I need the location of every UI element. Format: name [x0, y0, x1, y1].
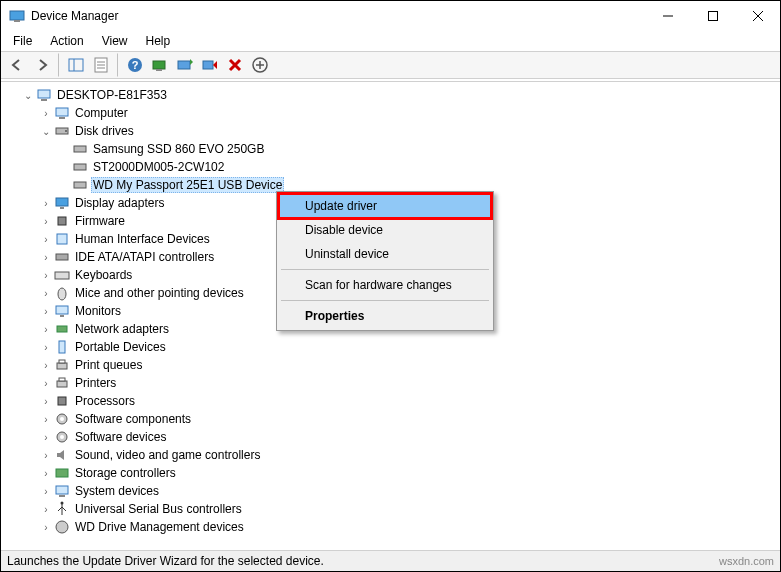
category-portable[interactable]: ›Portable Devices [5, 338, 780, 356]
computer-icon [53, 105, 71, 121]
cpu-icon [53, 393, 71, 409]
svg-point-45 [60, 417, 64, 421]
category-storage[interactable]: ›Storage controllers [5, 464, 780, 482]
svg-rect-36 [60, 315, 64, 317]
svg-rect-25 [74, 146, 86, 152]
maximize-button[interactable] [690, 1, 735, 31]
svg-point-47 [60, 435, 64, 439]
svg-rect-43 [58, 397, 66, 405]
category-print-queues[interactable]: ›Print queues [5, 356, 780, 374]
svg-rect-22 [59, 117, 65, 119]
category-software-components[interactable]: ›Software components [5, 410, 780, 428]
system-icon [53, 483, 71, 499]
status-text: Launches the Update Driver Wizard for th… [7, 554, 324, 568]
svg-rect-38 [59, 341, 65, 353]
svg-rect-41 [57, 381, 67, 387]
disk-icon [71, 141, 89, 157]
category-system[interactable]: ›System devices [5, 482, 780, 500]
svg-rect-40 [59, 360, 65, 363]
expand-icon[interactable]: › [39, 414, 53, 425]
printer-icon [53, 375, 71, 391]
expand-icon[interactable]: › [39, 522, 53, 533]
update-driver-button[interactable] [173, 53, 197, 77]
category-printers[interactable]: ›Printers [5, 374, 780, 392]
monitor-icon [53, 303, 71, 319]
root-node[interactable]: ⌄ DESKTOP-E81F353 [5, 86, 780, 104]
menu-file[interactable]: File [5, 32, 40, 50]
mouse-icon [53, 285, 71, 301]
properties-button[interactable] [89, 53, 113, 77]
help-button[interactable]: ? [123, 53, 147, 77]
category-computer[interactable]: ›Computer [5, 104, 780, 122]
svg-rect-49 [56, 486, 68, 494]
expand-icon[interactable]: › [39, 432, 53, 443]
disable-device-button[interactable] [198, 53, 222, 77]
expand-icon[interactable]: › [39, 198, 53, 209]
svg-rect-35 [56, 306, 68, 314]
forward-button[interactable] [30, 53, 54, 77]
ctx-disable-device[interactable]: Disable device [279, 218, 491, 242]
ctx-scan-hardware[interactable]: Scan for hardware changes [279, 273, 491, 297]
menu-help[interactable]: Help [138, 32, 179, 50]
expand-icon[interactable]: › [39, 450, 53, 461]
expand-icon[interactable]: › [39, 378, 53, 389]
computer-icon [35, 87, 53, 103]
close-button[interactable] [735, 1, 780, 31]
svg-rect-26 [74, 164, 86, 170]
ctx-properties[interactable]: Properties [279, 304, 491, 328]
window-title: Device Manager [31, 9, 645, 23]
svg-rect-3 [708, 12, 717, 21]
show-hide-tree-button[interactable] [64, 53, 88, 77]
svg-rect-27 [74, 182, 86, 188]
svg-rect-21 [56, 108, 68, 116]
expand-icon[interactable]: › [39, 288, 53, 299]
root-label: DESKTOP-E81F353 [55, 88, 169, 102]
category-processors[interactable]: ›Processors [5, 392, 780, 410]
disk-seagate[interactable]: ST2000DM005-2CW102 [5, 158, 780, 176]
separator [58, 53, 60, 77]
menu-view[interactable]: View [94, 32, 136, 50]
expand-icon[interactable]: › [39, 360, 53, 371]
category-sound[interactable]: ›Sound, video and game controllers [5, 446, 780, 464]
svg-rect-29 [60, 207, 64, 209]
collapse-icon[interactable]: ⌄ [21, 90, 35, 101]
expand-icon[interactable]: › [39, 270, 53, 281]
disk-samsung[interactable]: Samsung SSD 860 EVO 250GB [5, 140, 780, 158]
expand-icon[interactable]: › [39, 396, 53, 407]
category-disk-drives[interactable]: ⌄Disk drives [5, 122, 780, 140]
svg-rect-30 [58, 217, 66, 225]
expand-icon[interactable]: › [39, 468, 53, 479]
category-usb[interactable]: ›Universal Serial Bus controllers [5, 500, 780, 518]
expand-icon[interactable]: › [39, 108, 53, 119]
separator [281, 300, 489, 301]
collapse-icon[interactable]: ⌄ [39, 126, 53, 137]
svg-rect-1 [14, 20, 20, 22]
svg-rect-32 [56, 254, 68, 260]
disk-icon [71, 177, 89, 193]
app-icon [9, 8, 25, 24]
expand-icon[interactable]: › [39, 306, 53, 317]
portable-icon [53, 339, 71, 355]
disk-icon [53, 123, 71, 139]
svg-rect-20 [41, 99, 47, 101]
add-legacy-button[interactable] [248, 53, 272, 77]
svg-rect-31 [57, 234, 67, 244]
scan-hardware-button[interactable] [148, 53, 172, 77]
back-button[interactable] [5, 53, 29, 77]
expand-icon[interactable]: › [39, 252, 53, 263]
expand-icon[interactable]: › [39, 504, 53, 515]
minimize-button[interactable] [645, 1, 690, 31]
svg-rect-50 [59, 495, 65, 497]
ctx-update-driver[interactable]: Update driver [279, 194, 491, 218]
gear-icon [53, 429, 71, 445]
expand-icon[interactable]: › [39, 342, 53, 353]
expand-icon[interactable]: › [39, 324, 53, 335]
menu-action[interactable]: Action [42, 32, 91, 50]
category-software-devices[interactable]: ›Software devices [5, 428, 780, 446]
ctx-uninstall-device[interactable]: Uninstall device [279, 242, 491, 266]
expand-icon[interactable]: › [39, 234, 53, 245]
uninstall-device-button[interactable] [223, 53, 247, 77]
category-wd-mgmt[interactable]: ›WD Drive Management devices [5, 518, 780, 536]
expand-icon[interactable]: › [39, 486, 53, 497]
expand-icon[interactable]: › [39, 216, 53, 227]
